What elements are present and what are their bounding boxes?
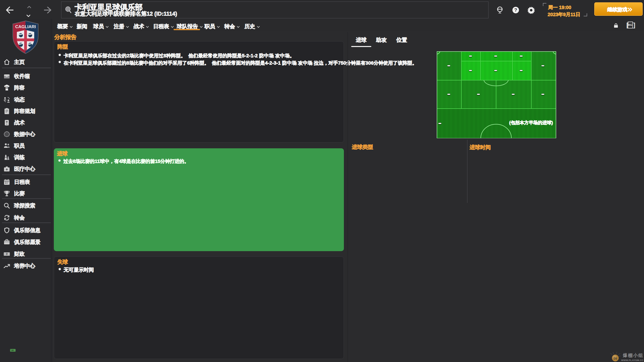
svg-text:DS: DS: [614, 357, 617, 360]
svg-text:S: S: [6, 253, 8, 255]
svg-text:CAGLIARI: CAGLIARI: [15, 24, 36, 29]
svg-text:(包括本方半场的进球): (包括本方半场的进球): [509, 120, 553, 125]
svg-text:11: 11: [6, 86, 8, 89]
